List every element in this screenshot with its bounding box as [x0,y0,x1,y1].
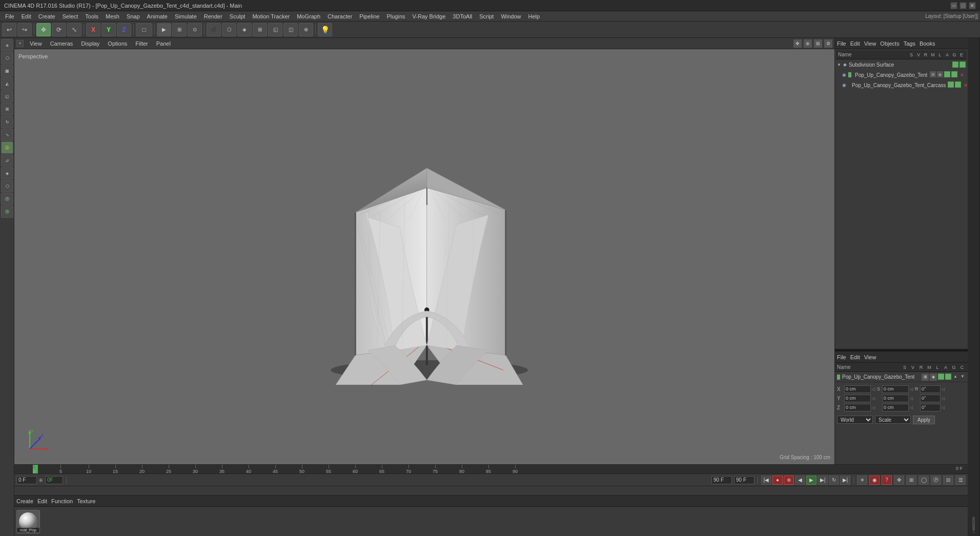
go-to-end-btn[interactable]: ▶| [840,476,850,485]
subdiv-cb1[interactable] [952,61,958,68]
auto-key-btn[interactable]: ⊕ [784,476,794,485]
menu-mograph[interactable]: MoGraph [294,12,323,20]
uv-mode[interactable]: ⊞ [253,23,267,36]
apply-button[interactable]: Apply [913,416,935,424]
menu-help[interactable]: Help [525,12,543,20]
attr-file-menu[interactable]: File [837,354,846,360]
menu-edit[interactable]: Edit [18,12,34,20]
menu-3dtoall[interactable]: 3DToAll [450,12,475,20]
attr-tent-icon2[interactable]: ◈ [930,374,937,381]
tent-icon2[interactable]: ◈ [937,71,943,77]
mesh-display-button[interactable]: ⬡ [1,52,13,64]
knife-tool[interactable]: ⌭ [1,154,13,167]
viewport[interactable]: Perspective [14,49,834,464]
attr-tent-icon1[interactable]: ⊞ [922,374,929,381]
texture-mode[interactable]: ◱ [268,23,282,36]
undo-button[interactable]: ↩ [2,23,16,36]
scale-dropdown[interactable]: Scale Size [875,416,911,424]
obj-tent-carcass[interactable]: ◉ Pop_Up_Canopy_Gazebo_Tent_Carcass ✕ [836,80,967,90]
menu-create[interactable]: Create [35,12,58,20]
z-axis-button[interactable]: Z [117,23,131,36]
paint-tool-btn[interactable]: ⬡ [1,180,13,192]
go-to-start-btn[interactable]: |◀ [761,476,771,485]
menu-window[interactable]: Window [498,12,524,20]
tl-icon3[interactable]: ? [882,476,892,485]
obj-tent-main[interactable]: ◉ Pop_Up_Canopy_Gazebo_Tent ⊞ ◈ ✕ [836,70,967,80]
menu-sculpt[interactable]: Sculpt [227,12,249,20]
vp-move-icon[interactable]: ✥ [793,39,802,48]
attr-tent-cb2[interactable] [945,374,951,380]
subdiv-cb2[interactable] [959,61,966,68]
points-mode[interactable]: ⬛ [207,23,221,36]
tl-icon6[interactable]: ◯ [918,476,929,485]
python1-btn[interactable]: Ⓟ [1,193,13,205]
loop-btn[interactable]: ↻ [829,476,839,485]
tent-x[interactable]: ✕ [958,71,966,78]
z-rot-field[interactable] [920,404,941,411]
vp-filter-menu[interactable]: Filter [133,40,150,47]
menu-plugins[interactable]: Plugins [383,12,408,20]
vp-view-menu[interactable]: View [28,40,44,47]
end-frame-field[interactable] [734,476,754,484]
tl-icon9[interactable]: ☰ [955,476,966,485]
y-axis-button[interactable]: Y [101,23,116,36]
tent-icon1[interactable]: ⊞ [930,71,936,77]
menu-motion-tracker[interactable]: Motion Tracker [249,12,293,20]
attr-view-menu[interactable]: View [864,354,876,360]
tl-icon2[interactable]: ◉ [869,476,880,485]
tl-icon8[interactable]: ⊟ [943,476,953,485]
maximize-button[interactable]: □ [959,2,967,9]
select-rect[interactable]: ◱ [1,90,13,102]
step-back-btn[interactable]: ◀ [795,476,805,485]
polygons-mode[interactable]: ◈ [237,23,252,36]
workplane-mode[interactable]: ◫ [283,23,298,36]
python2-btn[interactable]: Ⓟ [1,205,13,218]
step-fwd-btn[interactable]: ▶| [818,476,828,485]
model-mode-button[interactable]: ◈ [1,39,13,51]
loop-select[interactable]: ↻ [1,116,13,128]
material-thumb-mat-pop[interactable]: mat_Pop [16,510,40,533]
vp-display-menu[interactable]: Display [79,40,101,47]
move-tool-button[interactable]: ✥ [36,23,51,36]
frame-label-field[interactable] [45,476,63,484]
menu-snap[interactable]: Snap [124,12,143,20]
menu-character[interactable]: Character [324,12,355,20]
obj-edit-menu[interactable]: Edit [850,40,860,47]
obj-view-menu[interactable]: View [864,40,876,47]
tent-check1[interactable] [944,71,950,77]
vp-fullscreen-icon[interactable]: ⊞ [814,39,822,48]
rotate-tool-button[interactable]: ⟳ [52,23,66,36]
vp-panel-menu[interactable]: Panel [154,40,173,47]
mat-function-menu[interactable]: Function [51,498,73,504]
attr-tent-arrow1[interactable]: ▲ [952,374,958,380]
obj-objects-menu[interactable]: Objects [880,40,899,47]
menu-pipeline[interactable]: Pipeline [356,12,382,20]
mat-create-menu[interactable]: Create [16,498,33,504]
ring-select[interactable]: ⤡ [1,129,13,141]
z-size-field[interactable] [882,404,909,411]
menu-animate[interactable]: Animate [144,12,171,20]
menu-script[interactable]: Script [476,12,497,20]
play-btn[interactable]: ▶ [806,476,816,485]
render-button[interactable]: ▶ [157,23,171,36]
tl-icon5[interactable]: ⊞ [906,476,916,485]
tent-check2[interactable] [951,71,957,77]
object-mode-button[interactable]: □ [136,23,152,36]
mat-texture-menu[interactable]: Texture [77,498,95,504]
obj-file-menu[interactable]: File [837,40,846,47]
tl-icon7[interactable]: Ⓟ [931,476,941,485]
live-select[interactable]: ⌘ [1,103,13,115]
vp-cameras-menu[interactable]: Cameras [48,40,75,47]
minimize-button[interactable]: ─ [950,2,957,9]
menu-select[interactable]: Select [59,12,81,20]
world-dropdown[interactable]: World Object Parent [837,416,873,424]
sculpt-left-btn[interactable]: Ⓢ [1,141,13,154]
x-pos-field[interactable] [844,385,871,393]
ipr-button[interactable]: ⊙ [188,23,202,36]
redo-button[interactable]: ↪ [17,23,32,36]
vp-zoom-icon[interactable]: ⊕ [804,39,812,48]
tl-icon4[interactable]: ✥ [894,476,904,485]
x-axis-button[interactable]: X [86,23,100,36]
menu-render[interactable]: Render [201,12,226,20]
menu-file[interactable]: File [2,12,17,20]
